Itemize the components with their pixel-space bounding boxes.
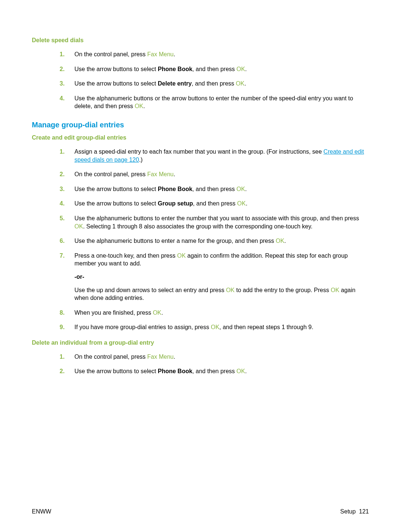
step-item: 3. Use the arrow buttons to select Phone… bbox=[60, 185, 369, 193]
ok-key: OK bbox=[237, 200, 246, 207]
ok-key: OK bbox=[237, 66, 245, 72]
step-item: 6. Use the alphanumeric buttons to enter… bbox=[60, 237, 369, 245]
step-text: On the control panel, press Fax Menu. bbox=[74, 51, 175, 57]
step-item: 1. Assign a speed-dial entry to each fax… bbox=[60, 148, 369, 164]
step-number: 3. bbox=[60, 80, 64, 88]
page-footer: ENWW Setup 121 bbox=[32, 508, 369, 515]
step-number: 6. bbox=[60, 237, 64, 245]
footer-page-number: 121 bbox=[359, 508, 369, 515]
or-separator: -or- bbox=[74, 273, 369, 281]
ok-key: OK bbox=[177, 252, 186, 259]
step-number: 1. bbox=[60, 353, 64, 361]
step-text: Use the arrow buttons to select Phone Bo… bbox=[74, 66, 247, 72]
text: . bbox=[284, 238, 286, 244]
step-item: 8. When you are finished, press OK. bbox=[60, 309, 369, 317]
text: Use the alphanumeric buttons to enter th… bbox=[74, 215, 359, 221]
text: . bbox=[174, 354, 175, 360]
step-item: 3. Use the arrow buttons to select Delet… bbox=[60, 80, 369, 88]
text: On the control panel, press bbox=[74, 51, 147, 57]
text: Use the alphanumeric buttons or the arro… bbox=[74, 95, 353, 110]
text: If you have more group-dial entries to a… bbox=[74, 324, 211, 330]
menu-phone-book: Phone Book bbox=[158, 66, 192, 72]
text: to add the entry to the group. Press bbox=[234, 287, 331, 293]
step-number: 1. bbox=[60, 50, 64, 58]
step-item: 2. Use the arrow buttons to select Phone… bbox=[60, 65, 369, 73]
ok-key: OK bbox=[74, 223, 83, 230]
steps-delete-individual: 1. On the control panel, press Fax Menu.… bbox=[60, 353, 369, 375]
menu-phone-book: Phone Book bbox=[158, 186, 192, 192]
text: .) bbox=[139, 157, 143, 163]
text: . bbox=[244, 80, 246, 87]
step-text: When you are finished, press OK. bbox=[74, 310, 163, 316]
text: . bbox=[143, 103, 145, 109]
fax-menu-key: Fax Menu bbox=[147, 171, 174, 177]
ok-key: OK bbox=[276, 238, 284, 244]
text: Use the arrow buttons to select bbox=[74, 186, 158, 192]
step-number: 4. bbox=[60, 200, 64, 208]
text: , and then press bbox=[192, 66, 236, 72]
fax-menu-key: Fax Menu bbox=[147, 354, 174, 360]
text: . bbox=[174, 171, 175, 177]
step-item: 2. On the control panel, press Fax Menu. bbox=[60, 170, 369, 178]
heading-delete-speed-dials: Delete speed dials bbox=[32, 37, 369, 44]
step-text: Use the arrow buttons to select Delete e… bbox=[74, 80, 246, 87]
step-text: Assign a speed-dial entry to each fax nu… bbox=[74, 148, 364, 163]
text: , and then repeat steps 1 through 9. bbox=[219, 324, 313, 330]
ok-key: OK bbox=[237, 186, 245, 192]
menu-delete-entry: Delete entry bbox=[158, 80, 192, 87]
ok-key: OK bbox=[211, 324, 219, 330]
step-number: 3. bbox=[60, 185, 64, 193]
step-number: 2. bbox=[60, 170, 64, 178]
ok-key: OK bbox=[226, 287, 234, 293]
text: . bbox=[245, 186, 247, 192]
text: Use the arrow buttons to select bbox=[74, 66, 158, 72]
ok-key: OK bbox=[135, 103, 143, 109]
step-number: 8. bbox=[60, 309, 64, 317]
document-page: Delete speed dials 1. On the control pan… bbox=[0, 0, 400, 532]
heading-delete-individual-from-group: Delete an individual from a group-dial e… bbox=[32, 339, 369, 346]
text: On the control panel, press bbox=[74, 354, 147, 360]
text: . bbox=[245, 368, 247, 374]
step-item: 1. On the control panel, press Fax Menu. bbox=[60, 353, 369, 361]
step-text: On the control panel, press Fax Menu. bbox=[74, 171, 175, 177]
step-text: If you have more group-dial entries to a… bbox=[74, 324, 313, 330]
text: Use the arrow buttons to select bbox=[74, 368, 158, 374]
text: Assign a speed-dial entry to each fax nu… bbox=[74, 148, 323, 155]
step-text: Use the arrow buttons to select Phone Bo… bbox=[74, 186, 247, 192]
text: , and then press bbox=[192, 186, 236, 192]
step-number: 5. bbox=[60, 214, 64, 222]
step-text: On the control panel, press Fax Menu. bbox=[74, 354, 175, 360]
text: On the control panel, press bbox=[74, 171, 147, 177]
step-item: 7. Press a one-touch key, and then press… bbox=[60, 252, 369, 302]
step-text: Use the arrow buttons to select Group se… bbox=[74, 200, 247, 207]
step-text: Use the alphanumeric buttons to enter a … bbox=[74, 238, 286, 244]
ok-key: OK bbox=[153, 310, 161, 316]
step-number: 4. bbox=[60, 94, 64, 103]
text: When you are finished, press bbox=[74, 310, 153, 316]
step-item: 5. Use the alphanumeric buttons to enter… bbox=[60, 214, 369, 230]
step-number: 1. bbox=[60, 148, 64, 156]
text: . bbox=[246, 200, 247, 207]
text: . bbox=[245, 66, 247, 72]
heading-create-edit-group-dial: Create and edit group-dial entries bbox=[32, 134, 369, 141]
text: . Selecting 1 through 8 also associates … bbox=[83, 223, 313, 230]
step-text: Use the alphanumeric buttons or the arro… bbox=[74, 95, 353, 110]
heading-manage-group-dial: Manage group-dial entries bbox=[32, 121, 369, 129]
text: , and then press bbox=[192, 80, 236, 87]
steps-create-edit-group: 1. Assign a speed-dial entry to each fax… bbox=[60, 148, 369, 331]
step-text: Use the alphanumeric buttons to enter th… bbox=[74, 215, 359, 230]
menu-group-setup: Group setup bbox=[158, 200, 193, 207]
footer-left: ENWW bbox=[32, 508, 51, 515]
step-item: 1. On the control panel, press Fax Menu. bbox=[60, 50, 369, 58]
text: , and then press bbox=[192, 368, 236, 374]
text: Use the arrow buttons to select bbox=[74, 80, 158, 87]
footer-right: Setup 121 bbox=[340, 508, 369, 515]
step-number: 2. bbox=[60, 367, 64, 375]
step-text: Press a one-touch key, and then press OK… bbox=[74, 252, 369, 302]
step-item: 2. Use the arrow buttons to select Phone… bbox=[60, 367, 369, 375]
text: Use the alphanumeric buttons to enter a … bbox=[74, 238, 276, 244]
text: , and then press bbox=[193, 200, 237, 207]
text: Use the arrow buttons to select bbox=[74, 200, 158, 207]
step-item: 4. Use the arrow buttons to select Group… bbox=[60, 200, 369, 208]
text: Press a one-touch key, and then press bbox=[74, 252, 177, 259]
